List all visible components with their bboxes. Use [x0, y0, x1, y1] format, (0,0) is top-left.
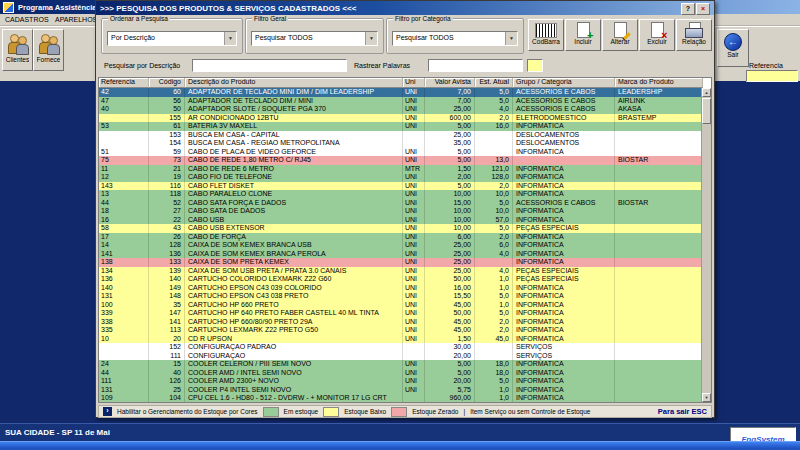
table-row[interactable]: 1219CABO FIO DE TELEFONEUNI2,00128,0INFO…	[99, 173, 703, 182]
column-header-grupo[interactable]: Grupo / Categoria	[513, 78, 615, 88]
table-row[interactable]: 7573CABO DE REDE 1,80 METRO C/ RJ45UNI5,…	[99, 156, 703, 165]
table-row[interactable]: 1726CABO DE FORÇAUNI6,002,0INFORMATICA	[99, 233, 703, 242]
table-row[interactable]: 4260ADAPTADOR DE TECLADO MINI DIM / DIM …	[99, 88, 703, 97]
cell-uni: UNI	[403, 369, 425, 378]
stock-color-toggle-icon[interactable]: ›	[103, 407, 112, 416]
table-row[interactable]: 338141CARTUCHO HP 660/80/90 PRETO 29AUNI…	[99, 318, 703, 327]
cell-cod: 118	[149, 190, 185, 199]
chevron-down-icon[interactable]: ▼	[365, 32, 377, 45]
table-row[interactable]: 5843CABO USB EXTENSORUNI10,005,0PEÇAS ES…	[99, 224, 703, 233]
table-row[interactable]: 5159CABO DE PLACA DE VIDEO GEFORCEUNI5,0…	[99, 148, 703, 157]
cell-cod: 35	[149, 301, 185, 310]
cell-cod: 113	[149, 326, 185, 335]
table-row[interactable]: 4050ADAPTADOR SLOTE / SOQUETE PGA 370UNI…	[99, 105, 703, 114]
column-header-uni[interactable]: Uni	[403, 78, 425, 88]
codbarra-button[interactable]: CodBarra	[528, 19, 564, 51]
filter-category-select[interactable]: Pesquisar TODOS ▼	[392, 31, 518, 46]
table-row[interactable]: 143116CABO FLET DISKETUNI5,002,0INFORMAT…	[99, 182, 703, 191]
chevron-down-icon[interactable]: ▼	[224, 32, 236, 45]
table-row[interactable]: 109104CPU CEL 1.6 - HD80 - 512 - DVDRW -…	[99, 394, 703, 402]
column-header-codigo[interactable]: Código	[149, 78, 185, 88]
cell-cod: 21	[149, 165, 185, 174]
cell-est: 5,0	[475, 199, 513, 208]
table-row[interactable]: 141136CAIXA DE SOM KEMEX BRANCA PEROLAUN…	[99, 250, 703, 259]
filter-general-select[interactable]: Pesquisar TODOS ▼	[251, 31, 378, 46]
table-row[interactable]: 4756ADAPTADOR DE TECLADO DIM / MINIUNI7,…	[99, 97, 703, 106]
scrollbar-thumb[interactable]	[702, 98, 711, 124]
clientes-button[interactable]: Clientes	[2, 29, 33, 71]
cell-grp: INFORMATICA	[513, 318, 615, 327]
cell-est: 1,0	[475, 275, 513, 284]
table-row[interactable]: 14128CAIXA DE SOM KEMEX BRANCA USBUNI25,…	[99, 241, 703, 250]
close-button[interactable]: ×	[696, 3, 710, 15]
cell-desc: CARTUCHO HP 660/80/90 PRETO 29A	[185, 318, 403, 327]
table-row[interactable]: 335113CARTUCHO LEXMARK Z22 PRETO G50UNI4…	[99, 326, 703, 335]
cell-mar	[615, 267, 703, 276]
column-header-marca[interactable]: Marca do Produto	[615, 78, 703, 88]
column-header-valor[interactable]: Valor Avista	[425, 78, 475, 88]
cell-mar	[615, 139, 703, 148]
table-row[interactable]: 134139CAIXA DE SOM USB PRETA / PRATA 3.0…	[99, 267, 703, 276]
table-row[interactable]: 152CONFIGURAÇAO PADRAO30,00SERVIÇOS	[99, 343, 703, 352]
relacao-button[interactable]: Relação	[676, 19, 712, 51]
fornecedores-button[interactable]: Fornece	[33, 29, 64, 71]
table-row[interactable]: 1121CABO DE REDE 6 METROMTR1,50121,0INFO…	[99, 165, 703, 174]
table-row[interactable]: 1622CABO USBUNI10,0057,0INFORMATICA	[99, 216, 703, 225]
table-row[interactable]: 5361BATERIA 3V MAXELLUNI5,0016,0INFORMAT…	[99, 122, 703, 131]
table-row[interactable]: 4452CABO SATA FORÇA E DADOSUNI15,005,0AC…	[99, 199, 703, 208]
cell-desc: CAIXA DE SOM KEMEX BRANCA USB	[185, 241, 403, 250]
table-row[interactable]: 111126COOLER AMD 2300+ NOVOUNI20,005,0IN…	[99, 377, 703, 386]
table-row[interactable]: 140149CARTUCHO EPSON C43 039 COLORIDOUNI…	[99, 284, 703, 293]
sair-button[interactable]: ← Sair	[717, 29, 749, 67]
cell-desc: CABO FLET DISKET	[185, 182, 403, 191]
table-row[interactable]: 154BUSCA EM CASA - REGIAO METROPOLITANA3…	[99, 139, 703, 148]
cell-desc: CABO FIO DE TELEFONE	[185, 173, 403, 182]
scroll-down-icon[interactable]: ▼	[702, 393, 711, 402]
menu-item-aparelhos[interactable]: APARELHOS	[52, 15, 100, 24]
order-by-select[interactable]: Por Descrição ▼	[107, 31, 237, 46]
table-row[interactable]: 136140CARTUCHO COLORIDO LEXMARK Z22 G60U…	[99, 275, 703, 284]
column-header-referencia[interactable]: Referencia	[99, 78, 149, 88]
no-control-label: Item Serviço ou sem Controle de Estoque	[470, 408, 590, 415]
cell-mar	[615, 318, 703, 327]
menu-item-cadastros[interactable]: CADASTROS	[2, 15, 52, 24]
table-row[interactable]: 13118CABO PARALELO CLONEUNI10,0010,0INFO…	[99, 190, 703, 199]
table-row[interactable]: 339147CARTUCHO HP 640 PRETO FABER CASTEL…	[99, 309, 703, 318]
track-words-input[interactable]	[428, 59, 523, 72]
cell-val: 45,00	[425, 301, 475, 310]
alterar-button[interactable]: Alterar	[602, 19, 638, 51]
table-row[interactable]: 153BUSCA EM CASA - CAPITAL25,00DESLOCAME…	[99, 131, 703, 140]
table-row[interactable]: 4440COOLER AMD / INTEL SEMI NOVOUNI5,001…	[99, 369, 703, 378]
cell-uni: UNI	[403, 275, 425, 284]
column-header-descricao[interactable]: Descrição do Produto	[185, 78, 403, 88]
cell-grp: INFORMATICA	[513, 326, 615, 335]
table-row[interactable]: 138133CAIXA DE SOM PRETA KEMEXUNI25,00IN…	[99, 258, 703, 267]
table-row[interactable]: 2415COOLER CELERON / PIII SEMI NOVOUNI5,…	[99, 360, 703, 369]
column-header-estoque[interactable]: Est. Atual	[475, 78, 513, 88]
incluir-button[interactable]: + Incluir	[565, 19, 601, 51]
edit-document-icon	[614, 22, 627, 38]
search-description-input[interactable]	[192, 59, 347, 72]
cell-ref: 51	[99, 148, 149, 157]
table-row[interactable]: 1827CABO SATA DE DADOSUNI10,0010,0INFORM…	[99, 207, 703, 216]
cell-cod: 25	[149, 386, 185, 395]
cell-uni: UNI	[403, 88, 425, 97]
scroll-up-icon[interactable]: ▲	[702, 88, 711, 97]
table-row[interactable]: 13125COOLER P4 INTEL SEMI NOVOUNI5,751,0…	[99, 386, 703, 395]
table-row[interactable]: 111CONFIGURAÇAO20,00SERVIÇOS	[99, 352, 703, 361]
cell-desc: CABO SATA DE DADOS	[185, 207, 403, 216]
table-row[interactable]: 1020CD R UPSONUNI1,5045,0INFORMATICA	[99, 335, 703, 344]
excluir-button[interactable]: × Excluir	[639, 19, 675, 51]
table-row[interactable]: 155AR CONDICIONADO 12BTUUNI600,002,0ELET…	[99, 114, 703, 123]
table-row[interactable]: 10035CARTUCHO HP 660 PRETOUNI45,001,0INF…	[99, 301, 703, 310]
cell-mar	[615, 131, 703, 140]
table-row[interactable]: 131148CARTUCHO EPSON C43 038 PRETOUNI15,…	[99, 292, 703, 301]
vertical-scrollbar[interactable]: ▲ ▼	[701, 88, 711, 402]
help-button[interactable]: ?	[681, 3, 695, 15]
cell-est: 5,0	[475, 377, 513, 386]
cell-est: 2,0	[475, 233, 513, 242]
referencia-input[interactable]	[746, 70, 798, 82]
chevron-down-icon[interactable]: ▼	[505, 32, 517, 45]
cell-desc: CAIXA DE SOM PRETA KEMEX	[185, 258, 403, 267]
barcode-input[interactable]	[527, 59, 543, 72]
